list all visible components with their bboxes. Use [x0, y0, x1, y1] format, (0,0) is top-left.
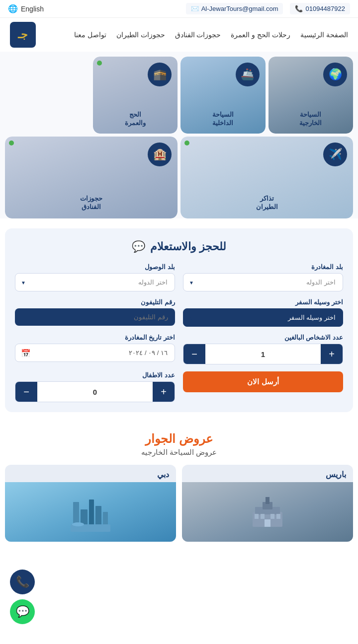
- children-plus-button[interactable]: +: [153, 382, 175, 402]
- phone-label: رقم التليفون: [15, 298, 175, 306]
- internal-tourism-icon-circle: 🚢: [236, 63, 260, 86]
- category-hajj[interactable]: 🕋 الحجوالعمرة: [93, 57, 178, 134]
- departure-date-group: اختر تاريخ المغادرة 📅: [15, 334, 175, 364]
- category-external-tourism[interactable]: 🌍 السياحةالخارجية: [268, 57, 354, 134]
- category-flights[interactable]: ✈️ تذاكرالطيران: [180, 137, 353, 218]
- adults-minus-button[interactable]: −: [183, 344, 205, 364]
- phone-group: رقم التليفون: [15, 298, 175, 327]
- booking-form: بلد المغادرة اختر الدوله بلد الوصول اختر…: [15, 263, 343, 402]
- adults-group: عدد الاشخاص البالغين + 1 −: [183, 334, 343, 364]
- children-group: عدد الاطفال + 0 −: [15, 371, 175, 402]
- ship-icon: 🚢: [241, 68, 254, 81]
- nav-links: الصفحة الرئيسية رحلات الحج و العمرة حجوز…: [74, 30, 348, 39]
- arrival-country-select[interactable]: اختر الدوله: [15, 273, 175, 291]
- departure-country-select[interactable]: اختر الدوله: [183, 273, 343, 291]
- svg-rect-11: [89, 500, 94, 527]
- external-tourism-label: السياحةالخارجية: [299, 111, 322, 128]
- nav-flights[interactable]: حجوزات الطيران: [116, 30, 165, 39]
- children-value: 0: [37, 388, 153, 396]
- offers-title: عروض الجوار: [5, 432, 353, 446]
- adults-counter: + 1 −: [183, 344, 343, 364]
- svg-point-15: [72, 522, 84, 526]
- adults-value: 1: [205, 350, 321, 358]
- children-label: عدد الاطفال: [15, 371, 175, 379]
- svg-rect-7: [276, 514, 280, 519]
- dubai-city-label: دبي: [5, 465, 176, 482]
- globe-icon: 🌐: [8, 4, 18, 13]
- categories-row-2: ✈️ تذاكرالطيران 🏨 حجوزاتالفنادق: [5, 137, 353, 218]
- offer-card-dubai[interactable]: دبي: [5, 465, 176, 542]
- phone-input-display: [15, 308, 175, 326]
- hotels-icon-circle: 🏨: [148, 143, 172, 166]
- paris-building-svg: [248, 492, 287, 532]
- nav-contact[interactable]: تواصل معنا: [74, 30, 106, 39]
- children-counter: + 0 −: [15, 381, 175, 402]
- adults-plus-button[interactable]: +: [321, 344, 343, 364]
- flights-online-dot: [184, 141, 189, 145]
- flights-label: تذاكرالطيران: [256, 195, 278, 212]
- category-internal-tourism[interactable]: 🚢 السياحةالداخلية: [180, 57, 266, 134]
- email-contact[interactable]: ✉️ Al-JewarTours@gmail.com: [186, 3, 283, 14]
- categories-row-1: 🌍 السياحةالخارجية 🚢 السياحةالداخلية 🕋 ال…: [5, 57, 353, 134]
- hajj-label: الحجوالعمرة: [125, 111, 146, 128]
- dubai-building-svg: [71, 492, 110, 532]
- svg-rect-5: [261, 514, 265, 519]
- arrival-country-wrapper: اختر الدوله: [15, 273, 175, 291]
- hotel-icon: 🏨: [153, 148, 167, 161]
- hotels-online-dot: [9, 141, 14, 145]
- kaaba-icon: 🕋: [153, 68, 167, 81]
- category-hotels[interactable]: 🏨 حجوزاتالفنادق: [5, 137, 178, 218]
- plane-icon: ✈️: [329, 148, 342, 161]
- flights-icon-circle: ✈️: [323, 143, 347, 166]
- hajj-online-dot: [97, 61, 102, 66]
- external-tourism-icon-circle: 🌍: [323, 63, 347, 86]
- top-bar: 🌐 English ✉️ Al-JewarTours@gmail.com 📞 0…: [0, 0, 358, 18]
- hajj-icon-circle: 🕋: [148, 63, 172, 86]
- email-text: Al-JewarTours@gmail.com: [201, 5, 278, 12]
- dubai-image: [5, 482, 176, 542]
- language-label: English: [21, 5, 44, 13]
- travel-method-wrapper: اختر وسيله السفر: [183, 308, 343, 327]
- travel-method-group: اختر وسيله السفر اختر وسيله السفر: [183, 298, 343, 327]
- internal-tourism-label: السياحةالداخلية: [212, 111, 234, 128]
- svg-rect-4: [255, 514, 259, 519]
- children-minus-button[interactable]: −: [15, 382, 37, 402]
- chat-icon: 💬: [132, 240, 145, 253]
- travel-method-label: اختر وسيله السفر: [183, 298, 343, 306]
- svg-rect-12: [95, 506, 101, 527]
- email-icon: ✉️: [191, 5, 199, 12]
- svg-rect-6: [270, 514, 274, 519]
- offer-card-paris[interactable]: باريس: [182, 465, 353, 542]
- adults-label: عدد الاشخاص البالغين: [183, 334, 343, 341]
- departure-country-group: بلد المغادرة اختر الدوله: [183, 263, 343, 291]
- offers-grid: باريس دبي: [5, 465, 353, 542]
- phone-icon: 📞: [295, 5, 303, 12]
- send-button-group: أرسل الان: [183, 371, 343, 402]
- departure-country-wrapper: اختر الدوله: [183, 273, 343, 291]
- phone-input[interactable]: [22, 313, 168, 321]
- globe-cat-icon: 🌍: [329, 68, 342, 81]
- logo-box: جـ: [10, 22, 36, 48]
- svg-rect-8: [265, 519, 270, 527]
- paris-image: [182, 482, 353, 542]
- offers-subtitle: عروض السياحة الخارجيه: [5, 448, 353, 457]
- hotels-label: حجوزاتالفنادق: [80, 195, 102, 212]
- logo: جـ: [10, 22, 36, 48]
- nav-hotels[interactable]: حجوزات الفنادق: [175, 30, 221, 39]
- arrival-country-label: بلد الوصول: [15, 263, 175, 271]
- phone-contact[interactable]: 📞 01094487922: [290, 3, 350, 14]
- nav-home[interactable]: الصفحة الرئيسية: [300, 30, 348, 39]
- send-button[interactable]: أرسل الان: [183, 371, 343, 392]
- svg-rect-3: [266, 497, 269, 504]
- contact-info: ✉️ Al-JewarTours@gmail.com 📞 01094487922: [186, 3, 350, 14]
- booking-title: للحجز والاستعلام 💬: [15, 240, 343, 253]
- departure-date-wrapper: 📅: [15, 344, 175, 362]
- travel-method-select[interactable]: اختر وسيله السفر: [183, 308, 343, 327]
- booking-section: للحجز والاستعلام 💬 بلد المغادرة اختر الد…: [5, 228, 353, 412]
- nav-hajj[interactable]: رحلات الحج و العمرة: [231, 30, 290, 39]
- arrival-country-group: بلد الوصول اختر الدوله: [15, 263, 175, 291]
- paris-city-label: باريس: [182, 465, 353, 482]
- booking-title-text: للحجز والاستعلام: [150, 240, 226, 253]
- departure-date-input[interactable]: [15, 344, 175, 362]
- language-selector[interactable]: 🌐 English: [8, 4, 44, 13]
